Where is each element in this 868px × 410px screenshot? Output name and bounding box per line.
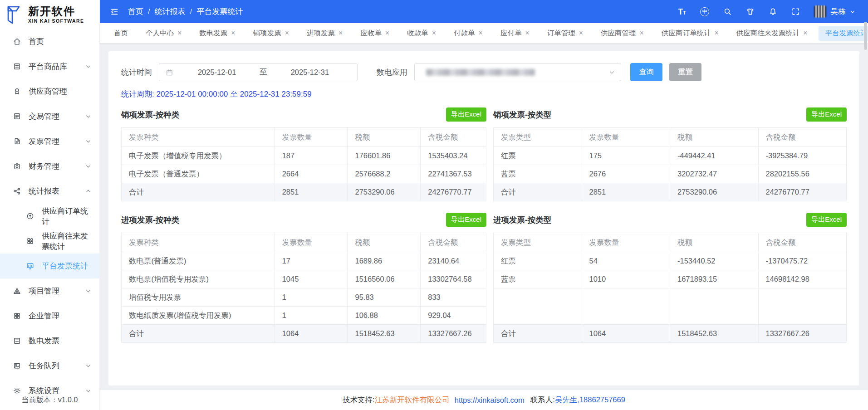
tab-close-icon[interactable]: ×: [231, 29, 235, 37]
fullscreen-icon[interactable]: [791, 7, 800, 16]
tab-供应商管理[interactable]: 供应商管理×: [594, 26, 651, 41]
sidebar-item-supplier-order-stats[interactable]: 供应商订单统计: [0, 204, 99, 229]
breadcrumb-item[interactable]: 首页: [128, 6, 143, 17]
sidebar-item-platform-goods[interactable]: 平台商品库: [0, 54, 99, 79]
column-header: 发票种类: [122, 128, 275, 147]
sidebar-item-platform-invoice-stats[interactable]: 平台发票统计: [0, 254, 99, 278]
font-size-icon[interactable]: TT: [678, 8, 686, 16]
filter-bar: 统计时间 2025-12-01 至 2025-12-31 数电应用: [121, 63, 847, 81]
breadcrumb-separator: /: [190, 7, 192, 16]
tab-close-icon[interactable]: ×: [579, 29, 583, 37]
export-excel-button[interactable]: 导出Excel: [446, 213, 486, 227]
tab-close-icon[interactable]: ×: [714, 29, 718, 37]
section-sales-by-type: 销项发票-按类型导出Excel发票类型发票数量税额含税金额红票175-44944…: [493, 107, 847, 201]
sidebar-item-project-mgmt[interactable]: 项目管理: [0, 278, 99, 303]
tab-付款单[interactable]: 付款单×: [447, 26, 490, 41]
date-range-input[interactable]: 2025-12-01 至 2025-12-31: [159, 63, 358, 81]
column-header: 发票数量: [582, 233, 670, 252]
tab-close-icon[interactable]: ×: [525, 29, 529, 37]
table-cell: 13327667.26: [758, 325, 847, 343]
breadcrumb-item[interactable]: 统计报表: [155, 6, 186, 17]
tab-进项发票[interactable]: 进项发票×: [300, 26, 349, 41]
table-cell: -153440.52: [670, 252, 759, 270]
start-date-value[interactable]: 2025-12-01: [176, 68, 258, 77]
table-cell-empty: [582, 288, 670, 325]
tab-平台发票统计[interactable]: 平台发票统计×: [819, 26, 868, 41]
table-cell: 13302764.58: [421, 270, 486, 288]
tab-供应商订单统计[interactable]: 供应商订单统计×: [655, 26, 726, 41]
tab-应付单[interactable]: 应付单×: [494, 26, 536, 41]
tab-订单管理[interactable]: 订单管理×: [540, 26, 590, 41]
theme-icon[interactable]: [746, 7, 755, 16]
table-total-row: 合计28512753290.0624276770.77: [122, 183, 486, 201]
support-label: 技术支持:: [343, 395, 375, 405]
data-table: 发票种类发票数量税额含税金额电子发票（增值税专用发票）187176601.861…: [121, 127, 486, 201]
app-filter-label: 数电应用: [377, 67, 407, 78]
export-excel-button[interactable]: 导出Excel: [806, 107, 847, 122]
chevron-down-icon: [85, 113, 91, 119]
top-header: 首页/统计报表/平台发票统计 TT中 吴栋: [100, 0, 868, 23]
tab-label: 收款单: [407, 29, 428, 38]
section-title: 进项发票-按类型: [493, 215, 551, 225]
table-cell: 蓝票: [494, 270, 582, 288]
sidebar-item-finance-mgmt[interactable]: 财务管理: [0, 154, 99, 179]
table-cell: 2851: [275, 183, 348, 201]
section-purchase-by-type: 进项发票-按类型导出Excel发票类型发票数量税额含税金额红票54-153440…: [493, 212, 847, 343]
table-cell: 合计: [494, 325, 582, 343]
website-link[interactable]: https://xinkaisoft.com: [455, 396, 525, 405]
sidebar-item-report-center[interactable]: 统计报表: [0, 179, 99, 204]
tab-个人中心[interactable]: 个人中心×: [139, 26, 188, 41]
sidebar-item-supplier-mgmt[interactable]: 供应商管理: [0, 79, 99, 104]
data-table: 发票类型发票数量税额含税金额红票54-153440.52-1370475.72蓝…: [493, 233, 847, 343]
app-root: 新开软件 XIN KAI SOFTWARE 首页平台商品库供应商管理交易管理发票…: [0, 0, 868, 410]
sidebar-item-task-queue[interactable]: 任务队列: [0, 353, 99, 378]
project-icon: [13, 286, 22, 296]
tab-label: 首页: [114, 29, 128, 38]
table-cell-empty: [494, 288, 582, 325]
tab-应收单[interactable]: 应收单×: [353, 26, 396, 41]
tab-收款单[interactable]: 收款单×: [400, 26, 443, 41]
end-date-value[interactable]: 2025-12-31: [269, 68, 351, 77]
section-title: 进项发票-按种类: [121, 215, 179, 225]
reset-button[interactable]: 重置: [669, 63, 701, 81]
tab-close-icon[interactable]: ×: [177, 29, 181, 37]
collapse-menu-icon[interactable]: [110, 7, 119, 16]
date-separator: 至: [258, 67, 269, 77]
table-cell: 1518452.63: [670, 325, 759, 343]
sidebar-item-digital-invoice[interactable]: 数电发票: [0, 328, 99, 353]
export-excel-button[interactable]: 导出Excel: [806, 213, 847, 227]
tab-close-icon[interactable]: ×: [479, 29, 483, 37]
sidebar-item-trade-mgmt[interactable]: 交易管理: [0, 104, 99, 129]
tab-首页[interactable]: 首页: [107, 26, 135, 41]
app-select[interactable]: [414, 63, 621, 81]
scrollbar-thumb[interactable]: [864, 22, 867, 50]
section-title: 销项发票-按种类: [121, 109, 179, 120]
tab-close-icon[interactable]: ×: [385, 29, 389, 37]
tab-销项发票[interactable]: 销项发票×: [246, 26, 296, 41]
data-table: 发票种类发票数量税额含税金额数电票(普通发票)171689.8623140.64…: [121, 233, 486, 343]
query-button[interactable]: 查询: [630, 63, 662, 81]
user-menu[interactable]: 吴栋: [814, 5, 855, 18]
tab-数电发票[interactable]: 数电发票×: [192, 26, 242, 41]
table-cell: 数电票(增值税专用发票): [122, 270, 275, 288]
breadcrumb: 首页/统计报表/平台发票统计: [128, 6, 243, 17]
tab-close-icon[interactable]: ×: [338, 29, 343, 37]
breadcrumb-item[interactable]: 平台发票统计: [196, 6, 243, 17]
tab-close-icon[interactable]: ×: [432, 29, 436, 37]
language-icon[interactable]: 中: [700, 7, 709, 16]
header-tool-icons: TT中: [678, 7, 800, 16]
table-cell: 1518452.63: [348, 325, 421, 343]
notification-icon[interactable]: [769, 7, 777, 16]
sidebar-item-supplier-invoice-stats[interactable]: 供应商往来发票统计: [0, 229, 99, 254]
sidebar-item-home[interactable]: 首页: [0, 29, 99, 54]
tab-close-icon[interactable]: ×: [285, 29, 289, 37]
tab-close-icon[interactable]: ×: [803, 29, 807, 37]
export-excel-button[interactable]: 导出Excel: [446, 107, 486, 122]
table-row: 红票54-153440.52-1370475.72: [494, 252, 847, 270]
tab-close-icon[interactable]: ×: [640, 29, 644, 37]
sidebar-item-invoice-mgmt[interactable]: 发票管理: [0, 129, 99, 154]
search-icon[interactable]: [723, 7, 732, 16]
chevron-down-icon: [85, 288, 91, 294]
tab-供应商往来发票统计[interactable]: 供应商往来发票统计×: [730, 26, 814, 41]
sidebar-item-enterprise-mgmt[interactable]: 企业管理: [0, 303, 99, 328]
